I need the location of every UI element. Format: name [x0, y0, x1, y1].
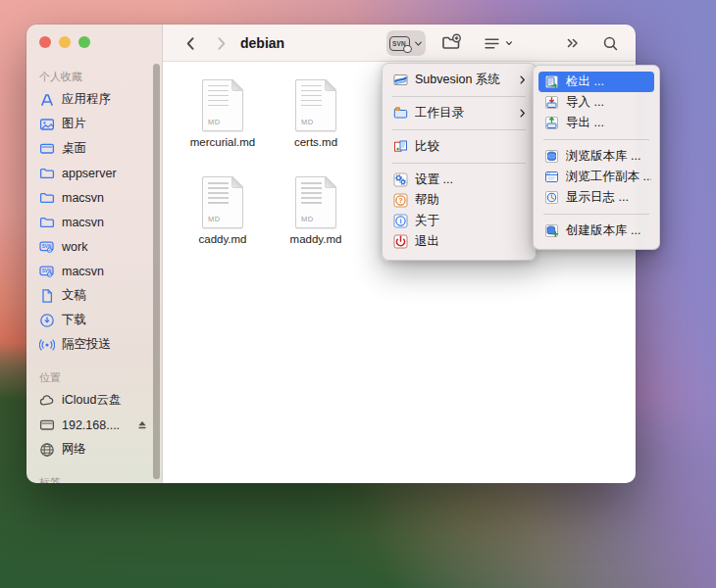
menu-item-subversion-system[interactable]: Subvesion 系统 [383, 70, 536, 90]
sidebar-item-macsvn-3[interactable]: macsvn [26, 259, 152, 283]
minimize-window-button[interactable] [59, 36, 71, 48]
back-button[interactable] [179, 30, 202, 56]
search-icon [602, 35, 619, 52]
markdown-file-icon: MD [202, 176, 243, 228]
sidebar-item-macsvn-1[interactable]: macsvn [26, 185, 152, 210]
compare-icon [393, 139, 408, 154]
sidebar-item-work[interactable]: work [26, 234, 152, 259]
sidebar: 个人收藏 应用程序 图片 桌面 appserver macsvn [26, 24, 163, 483]
sidebar-item-downloads[interactable]: 下载 [26, 308, 152, 332]
sidebar-item-appserver[interactable]: appserver [26, 161, 152, 185]
chevron-down-icon [413, 38, 424, 49]
menu-item-compare[interactable]: 比较 [383, 136, 536, 157]
menu-divider [392, 96, 526, 97]
sidebar-item-label: 192.168.... [62, 418, 120, 432]
browse-repository-icon [544, 149, 559, 164]
sidebar-item-label: 文稿 [62, 287, 86, 304]
file-mercurial-md[interactable]: MD mercurial.md [176, 79, 270, 148]
menu-item-label: 工作目录 [415, 105, 464, 122]
menu-item-working-directory[interactable]: 工作目录 [383, 103, 536, 123]
applications-icon [39, 92, 55, 108]
submenu-item-checkout[interactable]: 检出 ... [538, 72, 654, 92]
markdown-file-icon: MD [295, 79, 336, 131]
menu-item-label: 退出 [415, 233, 439, 250]
menu-divider [543, 214, 649, 215]
icloud-icon [39, 393, 55, 409]
sidebar-item-desktop[interactable]: 桌面 [26, 136, 152, 161]
search-button[interactable] [597, 30, 623, 56]
sidebar-item-network[interactable]: 网络 [26, 437, 152, 462]
sidebar-item-airdrop[interactable]: 隔空投送 [26, 332, 152, 357]
settings-icon [393, 172, 408, 187]
submenu-item-create-repository[interactable]: 创建版本库 ... [534, 220, 659, 241]
downloads-icon [39, 313, 55, 328]
sidebar-item-label: macsvn [62, 191, 104, 205]
file-name: maddy.md [269, 233, 363, 245]
sidebar-item-documents[interactable]: 文稿 [26, 283, 152, 308]
new-folder-button[interactable] [438, 30, 464, 56]
view-options-button[interactable] [480, 30, 517, 56]
svn-toolbar-button[interactable]: SVN [386, 30, 426, 56]
submenu-item-label: 检出 ... [566, 74, 604, 90]
menu-item-label: Subvesion 系统 [415, 72, 500, 88]
sidebar-section-locations: 位置 [26, 365, 152, 388]
window-title: debian [240, 24, 284, 62]
import-icon [544, 95, 559, 110]
sidebar-item-label: appserver [62, 167, 117, 180]
submenu-item-import[interactable]: 导入 ... [534, 92, 659, 113]
file-name: caddy.md [176, 233, 270, 245]
eject-icon[interactable] [134, 418, 150, 431]
menu-item-label: 关于 [415, 213, 439, 229]
submenu-item-browse-working-copy[interactable]: 浏览工作副本 ... [534, 167, 659, 187]
menu-divider [543, 139, 649, 140]
submenu-item-label: 导出 ... [566, 115, 604, 131]
sidebar-item-label: 网络 [62, 441, 86, 458]
sidebar-item-label: work [62, 240, 87, 254]
sidebar-item-icloud[interactable]: iCloud云盘 [26, 388, 152, 413]
markdown-file-icon: MD [202, 79, 243, 131]
sidebar-item-label: macsvn [62, 265, 104, 278]
create-repository-icon [544, 223, 559, 238]
list-view-icon [484, 35, 500, 52]
sidebar-scrollbar[interactable] [153, 64, 160, 479]
sidebar-list: 个人收藏 应用程序 图片 桌面 appserver macsvn [26, 64, 152, 483]
more-toolbar-items-button[interactable] [561, 30, 585, 56]
display-icon [39, 417, 55, 433]
menu-item-settings[interactable]: 设置 ... [383, 170, 536, 190]
sidebar-item-applications[interactable]: 应用程序 [26, 87, 152, 112]
close-window-button[interactable] [39, 36, 51, 48]
file-caddy-md[interactable]: MD caddy.md [176, 176, 270, 245]
forward-button[interactable] [209, 30, 232, 56]
desktop-icon [39, 141, 55, 157]
subversion-submenu: 检出 ... 导入 ... 导出 ... 浏览版本库 ... [533, 65, 660, 250]
double-chevron-icon [565, 35, 581, 51]
checkout-icon [544, 74, 559, 89]
menu-item-about[interactable]: i 关于 [383, 211, 536, 231]
folder-icon [39, 215, 55, 230]
sidebar-item-label: 隔空投送 [62, 336, 111, 353]
menu-item-quit[interactable]: 退出 [383, 231, 536, 252]
chevron-left-icon [182, 35, 199, 52]
working-directory-icon [393, 106, 408, 121]
toolbar: debian SVN [163, 24, 636, 62]
pictures-icon [39, 117, 55, 132]
submenu-item-show-log[interactable]: 显示日志 ... [534, 187, 659, 208]
file-certs-md[interactable]: MD certs.md [269, 79, 363, 148]
svn-repo-icon [39, 264, 55, 279]
airdrop-icon [39, 337, 55, 353]
zoom-window-button[interactable] [78, 36, 90, 48]
submenu-item-export[interactable]: 导出 ... [534, 113, 659, 133]
file-maddy-md[interactable]: MD maddy.md [269, 176, 363, 245]
menu-item-help[interactable]: ? 帮助 [383, 190, 536, 211]
window-controls [39, 36, 90, 48]
submenu-item-label: 浏览工作副本 ... [566, 169, 651, 185]
sidebar-section-tags: 标签 [26, 469, 152, 483]
menu-divider [392, 129, 526, 130]
browse-working-copy-icon [544, 170, 559, 184]
sidebar-item-server-192-168[interactable]: 192.168.... [26, 413, 152, 437]
network-icon [39, 442, 55, 458]
sidebar-item-pictures[interactable]: 图片 [26, 112, 152, 136]
submenu-item-browse-repository[interactable]: 浏览版本库 ... [534, 146, 659, 167]
sidebar-item-macsvn-2[interactable]: macsvn [26, 210, 152, 234]
sidebar-item-label: macsvn [62, 216, 104, 229]
